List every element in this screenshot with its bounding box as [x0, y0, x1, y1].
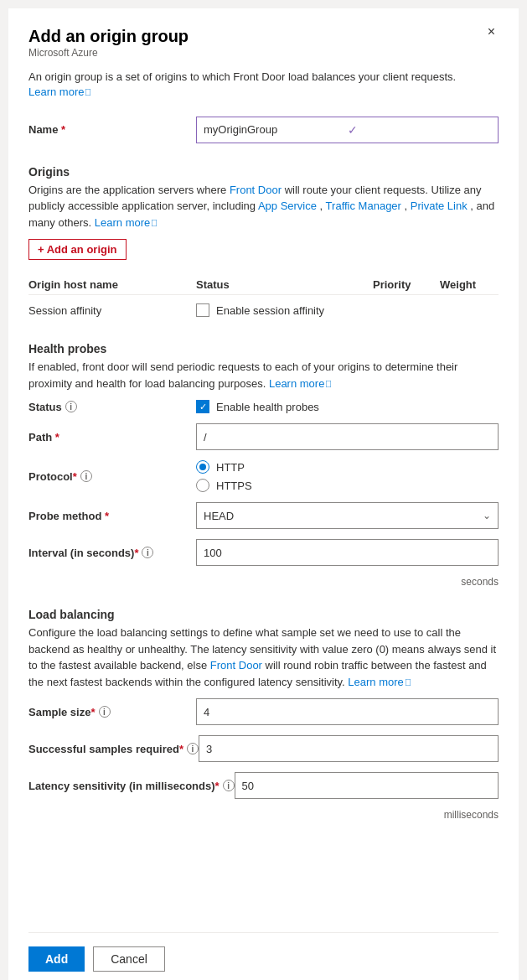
panel-subtitle: Microsoft Azure	[28, 47, 189, 59]
path-required-star: *	[55, 431, 59, 443]
learn-more-link-2[interactable]: Learn more ⎕	[95, 215, 157, 231]
origins-table-header: Origin host name Status Priority Weight	[28, 275, 499, 295]
learn-more-link-1[interactable]: Learn more ⎕	[28, 86, 90, 98]
add-origin-group-panel: Add an origin group Microsoft Azure × An…	[8, 8, 519, 980]
protocol-http-label: HTTP	[216, 461, 245, 474]
protocol-https-radio[interactable]	[196, 479, 209, 492]
successful-samples-label: Successful samples required * i	[28, 743, 199, 755]
interval-info-icon: i	[142, 547, 153, 558]
successful-samples-required-star: *	[179, 743, 183, 755]
successful-samples-row: Successful samples required * i	[28, 735, 499, 762]
protocol-https-option[interactable]: HTTPS	[196, 479, 252, 492]
protocol-http-radio[interactable]	[196, 460, 209, 474]
name-required-star: *	[61, 123, 65, 136]
sample-size-required-star: *	[90, 706, 95, 718]
name-input-wrapper[interactable]: myOriginGroup ✓	[196, 117, 499, 143]
path-label: Path *	[28, 431, 196, 443]
name-label: Name *	[28, 123, 196, 136]
origins-description: Origins are the application servers wher…	[28, 182, 499, 231]
add-button[interactable]: Add	[28, 946, 85, 972]
sample-size-info-icon: i	[99, 706, 111, 718]
enable-health-probes-row[interactable]: ✓ Enable health probes	[196, 400, 319, 413]
external-link-icon-health: ⎕	[326, 377, 331, 390]
probe-method-label: Probe method *	[28, 510, 196, 522]
latency-row: Latency sensitivity (in milliseconds) * …	[28, 772, 499, 799]
learn-more-link-lb[interactable]: Learn more ⎕	[348, 674, 410, 691]
name-field-row: Name * myOriginGroup ✓	[28, 117, 499, 143]
enable-health-probes-checkbox[interactable]: ✓	[196, 400, 209, 413]
col-header-origin-host: Origin host name	[28, 278, 196, 291]
health-probes-title: Health probes	[28, 342, 499, 355]
sample-size-row: Sample size * i	[28, 698, 499, 725]
protocol-https-label: HTTPS	[216, 480, 252, 492]
latency-required-star: *	[215, 780, 220, 792]
latency-input[interactable]	[235, 772, 499, 799]
health-probes-description: If enabled, front door will send periodi…	[28, 359, 499, 391]
probe-method-select[interactable]: HEAD ⌄	[196, 502, 499, 529]
path-input[interactable]	[196, 423, 499, 450]
interval-input[interactable]	[196, 539, 499, 566]
close-button[interactable]: ×	[484, 25, 499, 39]
panel-footer: Add Cancel	[28, 932, 499, 972]
panel-title: Add an origin group	[28, 25, 189, 47]
interval-unit-label: seconds	[28, 576, 499, 588]
path-row: Path *	[28, 423, 499, 450]
main-description: An origin group is a set of origins to w…	[28, 69, 499, 98]
probe-required-star: *	[105, 510, 109, 522]
load-balancing-title: Load balancing	[28, 608, 499, 621]
external-link-icon-lb: ⎕	[406, 676, 411, 688]
session-affinity-checkbox[interactable]	[196, 303, 209, 317]
protocol-label: Protocol * i	[28, 470, 196, 483]
protocol-info-icon: i	[80, 470, 92, 482]
col-header-priority: Priority	[373, 278, 440, 291]
protocol-required-star: *	[73, 470, 77, 483]
cancel-button[interactable]: Cancel	[93, 946, 165, 972]
panel-header: Add an origin group Microsoft Azure ×	[28, 25, 499, 67]
status-row: Status i ✓ Enable health probes	[28, 400, 499, 413]
interval-required-star: *	[134, 547, 138, 559]
status-label: Status i	[28, 401, 196, 413]
sample-size-label: Sample size * i	[28, 706, 196, 718]
successful-samples-input[interactable]	[199, 735, 499, 762]
latency-unit-label: milliseconds	[28, 809, 499, 821]
protocol-radio-group: HTTP HTTPS	[196, 460, 252, 492]
session-affinity-row: Session affinity Enable session affinity	[28, 300, 499, 317]
origins-section-title: Origins	[28, 165, 499, 179]
session-affinity-checkbox-row[interactable]: Enable session affinity	[196, 303, 324, 317]
session-affinity-label: Session affinity	[28, 304, 196, 317]
status-info-icon: i	[65, 401, 77, 412]
learn-more-link-health[interactable]: Learn more ⎕	[269, 376, 331, 392]
probe-method-row: Probe method * HEAD ⌄	[28, 502, 499, 529]
interval-label: Interval (in seconds) * i	[28, 547, 196, 559]
session-affinity-checkbox-label: Enable session affinity	[216, 304, 324, 317]
col-header-status: Status	[196, 278, 373, 291]
interval-row: Interval (in seconds) * i	[28, 539, 499, 566]
successful-samples-info-icon: i	[187, 743, 199, 754]
protocol-http-option[interactable]: HTTP	[196, 460, 252, 474]
name-checkmark: ✓	[348, 123, 492, 137]
protocol-http-radio-inner	[199, 464, 206, 470]
latency-label: Latency sensitivity (in milliseconds) * …	[28, 780, 235, 792]
col-header-weight: Weight	[440, 278, 499, 291]
latency-info-icon: i	[223, 780, 235, 791]
add-origin-button[interactable]: + Add an origin	[28, 239, 127, 260]
external-link-icon-2: ⎕	[152, 216, 157, 229]
enable-health-probes-label: Enable health probes	[216, 401, 319, 413]
protocol-row: Protocol * i HTTP HTTPS	[28, 460, 499, 492]
main-desc-text: An origin group is a set of origins to w…	[28, 70, 456, 83]
probe-method-arrow-icon: ⌄	[483, 510, 491, 521]
probe-method-value: HEAD	[204, 510, 234, 522]
external-link-icon-1: ⎕	[85, 87, 90, 96]
sample-size-input[interactable]	[196, 698, 499, 725]
load-balancing-description: Configure the load balancing settings to…	[28, 625, 499, 690]
